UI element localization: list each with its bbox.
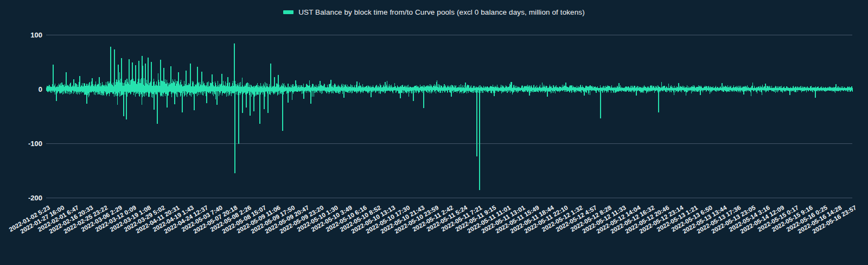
bar-spike (494, 89, 495, 96)
bar-spike (310, 89, 311, 104)
bar-spike (242, 89, 243, 113)
bar-spike (288, 89, 289, 103)
bar-spike (250, 89, 251, 116)
bar-spike (157, 89, 158, 124)
bar-spike (86, 89, 87, 104)
bar-spike (743, 89, 744, 94)
bar-spike (135, 65, 136, 89)
bar-spike (114, 49, 115, 89)
bar-spike (201, 72, 202, 89)
bar-spike (765, 84, 766, 89)
bar-spike (343, 89, 344, 98)
legend-swatch-icon (283, 10, 293, 14)
bar-spike (264, 89, 265, 109)
bar-spike (423, 89, 424, 108)
bar-spike (278, 75, 279, 89)
bar-spike (295, 80, 296, 89)
bar-spike (465, 83, 466, 89)
bar-spike (700, 89, 701, 95)
bar-spike (835, 84, 837, 89)
legend-label: UST Balance by block time from/to Curve … (298, 8, 585, 16)
bar-spike (79, 76, 80, 89)
bar-spike (246, 89, 247, 108)
bar-spike (479, 89, 480, 190)
bar-spike (234, 43, 235, 89)
bar-spike (259, 89, 260, 124)
bar-spike (238, 89, 239, 144)
bar-spike (320, 81, 321, 89)
bar-spike (167, 89, 168, 108)
bar-spike (197, 67, 198, 89)
bar-spike (53, 65, 54, 89)
bar-spike (436, 82, 437, 89)
bar-spike (547, 89, 548, 97)
bar-spike (636, 89, 637, 96)
bar-spike (789, 89, 790, 95)
bar-spike (476, 89, 477, 156)
bar-spike (565, 83, 566, 89)
bar-spike (221, 74, 222, 89)
bar-spike (145, 64, 146, 89)
bar-spike (234, 89, 235, 173)
bar-spike (400, 89, 401, 98)
bar-spike (722, 83, 723, 89)
bar-spike (413, 89, 414, 101)
bar-spike (216, 89, 218, 105)
bar-spike (126, 89, 127, 119)
bar-spike (186, 71, 187, 89)
bar-spike (66, 72, 67, 89)
bar-spike (270, 64, 271, 89)
bar-spike (73, 79, 74, 89)
y-tick-label: 100 (4, 31, 42, 39)
bar-spike (174, 89, 175, 104)
bar-spike (110, 47, 111, 89)
bar-spike (274, 77, 275, 89)
bar-spike (154, 89, 155, 110)
bar-spike (385, 82, 386, 89)
bar-spike (584, 89, 585, 96)
bar-spike (451, 89, 452, 97)
bar-spike (123, 89, 124, 116)
bar-spike (170, 66, 171, 89)
bar-spike (142, 56, 143, 89)
bar-spike (212, 74, 213, 89)
bar-spike (160, 60, 161, 89)
bar-spike (529, 89, 530, 96)
bar-spike (282, 89, 283, 131)
bar-spike (132, 62, 133, 89)
bar-spike (148, 58, 149, 89)
bar-spike (163, 68, 164, 89)
bar-spike (178, 72, 179, 89)
bar-spike (92, 78, 93, 89)
bar-spike (618, 83, 620, 89)
chart-canvas[interactable]: UST Balance by block time from/to Curve … (0, 0, 868, 265)
y-tick-label: -100 (4, 140, 42, 148)
bar-spike (227, 77, 228, 89)
legend-item-ust-balance[interactable]: UST Balance by block time from/to Curve … (283, 8, 585, 16)
bar-spike (182, 89, 183, 112)
bar-spike (129, 59, 130, 89)
bar-spike (99, 77, 100, 89)
bar-spike (658, 89, 659, 112)
bar-spike (118, 65, 119, 89)
bar-spike (253, 89, 254, 111)
bar-spike (330, 80, 331, 89)
bar-spike (371, 89, 372, 97)
bar-spike (356, 81, 358, 89)
bar-spike (56, 89, 57, 101)
bar-spike (267, 89, 269, 113)
bar-spike (138, 61, 139, 89)
bar-spike (600, 89, 601, 118)
bar-spike (815, 89, 816, 98)
bar-spike (194, 89, 195, 110)
bar-spike (206, 89, 207, 103)
bar-spike (510, 82, 512, 89)
y-tick-label: 0 (4, 85, 42, 93)
bar-spike (151, 62, 152, 89)
bar-spike (678, 83, 679, 89)
bar-spike (121, 58, 122, 89)
bar-spike (190, 64, 191, 89)
y-tick-label: -200 (4, 194, 42, 202)
bar-spike (303, 89, 304, 99)
